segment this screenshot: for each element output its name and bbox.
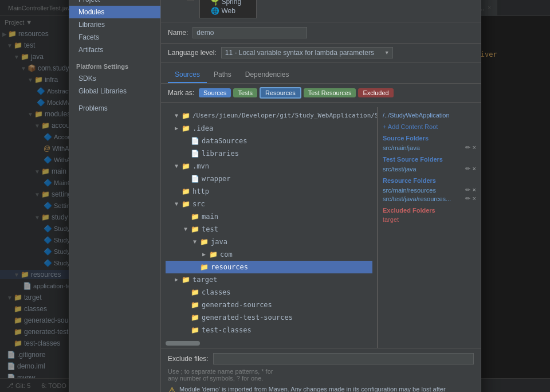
source-delete-icon[interactable]: × <box>473 144 476 151</box>
tab-paths[interactable]: Paths <box>207 67 238 83</box>
modal-overlay: Project Structure Project Settings Proje… <box>0 0 550 392</box>
res1-edit-icon[interactable]: ✏ <box>465 186 470 194</box>
exclude-files-label: Exclude files: <box>168 355 209 363</box>
platform-settings-label: Platform Settings <box>69 61 160 72</box>
nav-global-libraries[interactable]: Global Libraries <box>69 85 160 97</box>
ftree-t-classes[interactable]: 📁 classes <box>166 286 372 299</box>
ftree-com[interactable]: ▶ 📁 com <box>166 248 372 261</box>
source-folder-item: src/main/java ✏ × <box>383 144 476 151</box>
test-edit-icon[interactable]: ✏ <box>465 165 470 173</box>
name-label: Name: <box>168 29 188 37</box>
content-root-path: /../StudyWebApplication <box>383 112 476 119</box>
mark-excluded-button[interactable]: Excluded <box>358 88 393 97</box>
ftree-java[interactable]: ▼ 📁 java <box>166 236 372 248</box>
modal-body: Project Settings Project Modules Librari… <box>69 0 481 392</box>
project-structure-dialog: Project Structure Project Settings Proje… <box>69 0 481 392</box>
excluded-item: target <box>383 216 476 223</box>
exclude-hint: Use ; to separate name patterns, * foran… <box>168 368 474 382</box>
ftree-src-main[interactable]: 📁 main <box>166 210 372 223</box>
file-tree: ▼ 📁 /Users/jieun/Developer/git/Study_Web… <box>161 107 378 348</box>
ftree-idea[interactable]: ▶ 📁 .idea <box>166 122 372 135</box>
test-source-item: src/test/java ✏ × <box>383 165 476 173</box>
resource-folder-item-2: src/test/java/resources... ✏ × <box>383 195 476 202</box>
source-folders-section: Source Folders <box>383 135 476 142</box>
name-row: Name: <box>161 22 481 44</box>
res2-edit-icon[interactable]: ✏ <box>465 195 470 202</box>
resource-folder-item-1: src/main/resources ✏ × <box>383 186 476 194</box>
nav-modules[interactable]: Modules <box>69 6 160 18</box>
modal-bottom-section: Exclude files: Use ; to separate name pa… <box>161 348 481 392</box>
mark-sources-button[interactable]: Sources <box>199 88 231 97</box>
module-web[interactable]: 🌐Web <box>202 6 254 15</box>
ftree-target[interactable]: ▶ 📁 target <box>166 273 372 286</box>
sources-content: ▼ 📁 /Users/jieun/Developer/git/Study_Web… <box>161 107 481 348</box>
nav-project[interactable]: Project <box>69 0 160 6</box>
mark-test-resources-button[interactable]: Test Resources <box>304 88 356 97</box>
test-source-section: Test Source Folders <box>383 156 476 163</box>
mark-as-label: Mark as: <box>168 89 194 97</box>
copy-module-button[interactable]: ⬛ <box>186 0 195 1</box>
ftree-src-test[interactable]: ▼ 📁 test <box>166 223 372 236</box>
language-level-select[interactable]: 11 - Local variable syntax for lambda pa… <box>221 47 393 58</box>
modal-left-nav: Project Settings Project Modules Librari… <box>69 0 161 392</box>
modules-toolbar: + − ⬛ ▼📁demo 🔧JPA 🌱Sprin <box>161 0 481 22</box>
module-spring[interactable]: 🌱Spring <box>202 0 254 6</box>
warning-text: Module 'demo' is imported from Maven. An… <box>179 385 474 392</box>
ftree-datasources[interactable]: 📄 dataSources <box>166 135 372 147</box>
ftree-resources[interactable]: 📁 resources <box>166 261 372 273</box>
nav-libraries[interactable]: Libraries <box>69 18 160 31</box>
ftree-t-gen-sources[interactable]: 📁 generated-sources <box>166 299 372 311</box>
ide-background: MainControllerTest.java × SettingsContro… <box>0 0 550 392</box>
ftree-t-gen-test[interactable]: 📁 generated-test-sources <box>166 311 372 324</box>
ftree-http[interactable]: 📁 http <box>166 185 372 198</box>
language-level-label: Language level: <box>168 49 217 57</box>
right-info-panel: /../StudyWebApplication + Add Content Ro… <box>378 107 481 348</box>
tab-dependencies[interactable]: Dependencies <box>238 67 296 83</box>
language-level-row: Language level: 11 - Local variable synt… <box>161 44 481 62</box>
nav-sdks[interactable]: SDKs <box>69 72 160 85</box>
nav-artifacts[interactable]: Artifacts <box>69 44 160 56</box>
content-tabs: Sources Paths Dependencies <box>161 67 481 84</box>
exclude-files-row: Exclude files: <box>168 353 474 364</box>
language-level-selector[interactable]: 11 - Local variable syntax for lambda pa… <box>221 47 393 58</box>
resource-folders-section: Resource Folders <box>383 177 476 184</box>
nav-facets[interactable]: Facets <box>69 31 160 44</box>
modal-right: + − ⬛ ▼📁demo 🔧JPA 🌱Sprin <box>161 0 481 392</box>
warning-row: ⚠ Module 'demo' is imported from Maven. … <box>168 385 474 392</box>
nav-problems[interactable]: Problems <box>69 102 160 115</box>
ftree-root[interactable]: ▼ 📁 /Users/jieun/Developer/git/Study_Web… <box>166 109 372 122</box>
ftree-src[interactable]: ▼ 📁 src <box>166 198 372 210</box>
mark-as-row: Mark as: Sources Tests Resources Test Re… <box>161 84 481 103</box>
mark-resources-button[interactable]: Resources <box>260 87 301 99</box>
add-module-button[interactable]: + <box>168 0 172 2</box>
ftree-wrapper[interactable]: 📄 wrapper <box>166 173 372 185</box>
tab-sources[interactable]: Sources <box>168 67 207 83</box>
warning-icon: ⚠ <box>168 385 176 392</box>
ftree-mvn[interactable]: ▼ 📁 .mvn <box>166 160 372 173</box>
ftree-t-test-classes[interactable]: 📁 test-classes <box>166 324 372 336</box>
remove-module-button[interactable]: − <box>177 0 182 2</box>
source-edit-icon[interactable]: ✏ <box>465 144 470 151</box>
excluded-section: Excluded Folders <box>383 207 476 214</box>
mark-tests-button[interactable]: Tests <box>233 88 257 97</box>
name-input[interactable] <box>192 27 307 38</box>
res2-delete-icon[interactable]: × <box>473 195 476 202</box>
exclude-files-input[interactable] <box>213 353 474 364</box>
ftree-libraries[interactable]: 📄 libraries <box>166 147 372 160</box>
res1-delete-icon[interactable]: × <box>473 186 476 194</box>
test-delete-icon[interactable]: × <box>473 165 476 173</box>
module-list: ▼📁demo 🔧JPA 🌱Spring 🌐Web <box>199 0 257 18</box>
add-content-root-button[interactable]: + Add Content Root <box>383 123 476 130</box>
